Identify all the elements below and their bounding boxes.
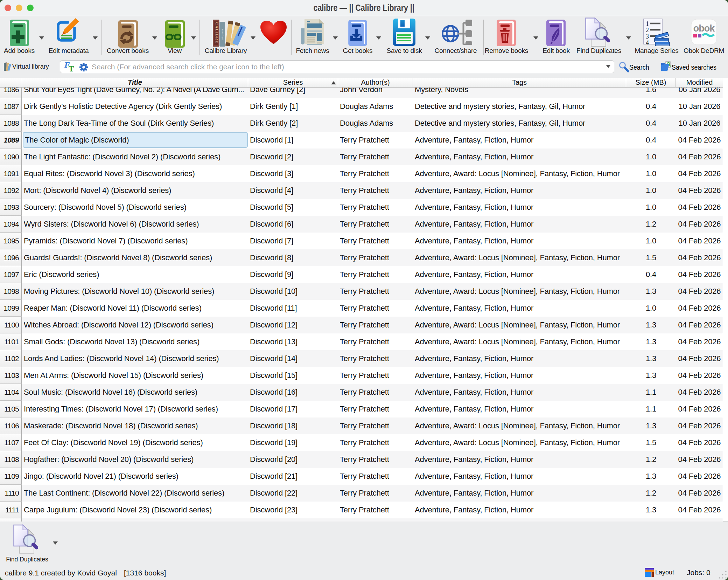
svg-text:Kovid Goyal: Kovid Goyal: [222, 28, 224, 40]
svg-text:2: 2: [646, 27, 649, 34]
svg-text:4: 4: [646, 39, 649, 46]
svg-text:3: 3: [646, 33, 649, 40]
svg-text:obok: obok: [693, 23, 715, 34]
svg-text:CALIBRE: CALIBRE: [215, 22, 219, 43]
svg-text:T: T: [69, 64, 74, 72]
svg-text:1: 1: [646, 20, 649, 27]
